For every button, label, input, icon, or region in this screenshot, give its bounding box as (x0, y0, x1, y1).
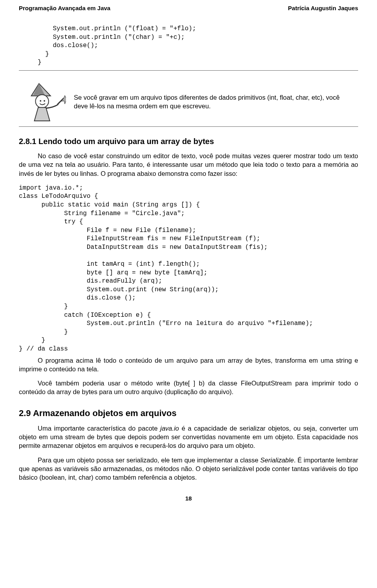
header-left: Programação Avançada em Java (19, 5, 110, 11)
svg-point-3 (40, 100, 41, 102)
divider-2 (19, 126, 358, 127)
divider-1 (19, 70, 358, 71)
section-2-8-1-p1: No caso de você estar construindo um edi… (19, 152, 358, 178)
code-block-top: System.out.println ("(float) = "+flo); S… (38, 25, 358, 67)
p2-a: Para que um objeto possa ser serializado… (38, 457, 260, 464)
header-right: Patrícia Augustin Jaques (288, 5, 358, 11)
p1-italic: java.io (160, 425, 179, 432)
svg-point-2 (35, 95, 48, 108)
after-code-p1: O programa acima lê todo o conteúdo de u… (19, 356, 358, 374)
code-block-mid: import java.io.*; class LeTodoArquivo { … (19, 184, 358, 354)
svg-marker-5 (34, 108, 49, 121)
callout-box: Se você gravar em um arquivo tipos difer… (24, 80, 353, 123)
p1-a: Uma importante característica do pacote (38, 425, 160, 432)
callout-text: Se você gravar em um arquivo tipos difer… (74, 93, 353, 111)
page-header: Programação Avançada em Java Patrícia Au… (19, 5, 358, 14)
section-2-9-p2: Para que um objeto possa ser serializado… (19, 456, 358, 482)
fairy-icon (24, 80, 66, 123)
after-code-p2: Você também poderia usar o método write … (19, 379, 358, 396)
p2-italic: Serializable (260, 457, 294, 464)
section-2-9-p1: Uma importante característica do pacote … (19, 424, 358, 450)
svg-point-4 (44, 100, 45, 102)
section-2-8-1-title: 2.8.1 Lendo todo um arquivo para um arra… (19, 137, 358, 146)
section-2-9-title: 2.9 Armazenando objetos em arquivos (19, 408, 358, 418)
page-container: Programação Avançada em Java Patrícia Au… (0, 0, 377, 511)
page-number: 18 (19, 495, 358, 502)
